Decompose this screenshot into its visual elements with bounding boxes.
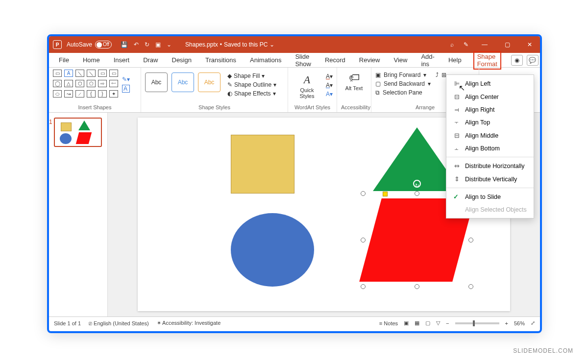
maximize-button[interactable]: ▢ (501, 41, 514, 48)
comments-button[interactable]: 💬 (527, 55, 539, 66)
tab-animations[interactable]: Animations (248, 55, 283, 65)
close-button[interactable]: ✕ (523, 41, 536, 48)
slideshow-icon[interactable]: ▣ (155, 41, 161, 48)
tab-draw[interactable]: Draw (141, 55, 160, 65)
alt-text-button[interactable]: 🏷 Alt Text (341, 70, 367, 91)
group-label: Accessibility (341, 104, 367, 111)
slide-sorter-icon[interactable]: ▦ (415, 320, 419, 326)
text-box-icon[interactable]: A (122, 85, 130, 93)
align-top-item[interactable]: ⫟Align Top (446, 116, 534, 129)
undo-icon[interactable]: ↶ (134, 41, 139, 48)
draw-mode-icon[interactable]: ✎ (464, 41, 468, 48)
shapes-gallery[interactable]: ▭A＼＼▭▭ ◯△⬡⬠⇨⬳ ⬭↝⟋{}✦ (53, 70, 119, 99)
toggle-switch[interactable]: Off (95, 41, 112, 49)
accessibility-checker[interactable]: ✶ Accessibility: Investigate (157, 320, 221, 326)
autosave-label: AutoSave (67, 41, 92, 48)
tab-addins[interactable]: Add-ins (419, 52, 436, 69)
tab-insert[interactable]: Insert (112, 55, 132, 65)
autosave-toggle[interactable]: AutoSave Off (67, 41, 112, 49)
filename: Shapes.pptx (185, 41, 218, 48)
tab-help[interactable]: Help (446, 55, 464, 65)
align-left-item[interactable]: ⊫Align Left (446, 77, 534, 90)
notes-button[interactable]: ≡ Notes (379, 320, 398, 326)
reading-view-icon[interactable]: ▢ (425, 320, 430, 326)
tab-record[interactable]: Record (323, 55, 347, 65)
resize-handle[interactable] (361, 191, 366, 196)
align-bottom-item[interactable]: ⫠Align Bottom (446, 142, 534, 155)
rotate-handle-icon[interactable]: ↻ (413, 180, 421, 188)
bring-forward-button[interactable]: ▣Bring Forward ▾ (375, 72, 431, 78)
align-right-item[interactable]: ⫤Align Right (446, 103, 534, 116)
align-middle-item[interactable]: ⊟Align Middle (446, 129, 534, 142)
align-center-icon: ⊟ (453, 93, 460, 100)
tab-view[interactable]: View (392, 55, 409, 65)
align-right-icon: ⫤ (453, 106, 460, 113)
edit-shape-icon[interactable]: ✎▾ (122, 76, 130, 83)
fill-icon: ◆ (227, 73, 232, 79)
adjust-handle[interactable] (383, 192, 388, 196)
zoom-level[interactable]: 56% (514, 320, 525, 326)
zoom-in-icon[interactable]: + (505, 320, 508, 326)
slide-thumbnail[interactable]: 1 (54, 118, 102, 147)
tab-transitions[interactable]: Transitions (203, 55, 238, 65)
style-gallery[interactable]: Abc Abc Abc (145, 73, 220, 92)
check-icon: ✓ (453, 193, 460, 200)
resize-handle[interactable] (468, 284, 473, 289)
ribbon-tabs: File Home Insert Draw Design Transitions… (49, 53, 540, 68)
align-to-slide-item[interactable]: ✓Align to Slide (446, 190, 534, 203)
quick-styles-button[interactable]: A Quick Styles (292, 72, 322, 99)
resize-handle[interactable] (415, 284, 419, 289)
text-outline-icon[interactable]: A▾ (326, 82, 333, 89)
shape-effects-button[interactable]: ◐Shape Effects ▾ (227, 90, 276, 97)
search-icon[interactable]: ⌕ (450, 41, 454, 48)
resize-handle[interactable] (415, 191, 419, 196)
text-fill-icon[interactable]: A▾ (326, 73, 333, 80)
shape-fill-button[interactable]: ◆Shape Fill ▾ (227, 73, 276, 79)
resize-handle[interactable] (361, 284, 366, 289)
align-center-item[interactable]: ⊟Align Center (446, 90, 534, 103)
status-bar: Slide 1 of 1 ⎚ English (United States) ✶… (49, 316, 540, 329)
record-indicator-icon[interactable]: ◉ (511, 55, 523, 66)
distribute-vertically-item[interactable]: ⇕Distribute Vertically (446, 172, 534, 186)
menu-separator (446, 188, 534, 188)
resize-handle[interactable] (468, 238, 473, 243)
slideshow-view-icon[interactable]: ▽ (436, 320, 440, 326)
save-icon[interactable]: 💾 (121, 41, 128, 48)
document-title[interactable]: Shapes.pptx • Saved to this PC ⌄ (185, 41, 274, 48)
blue-circle-shape[interactable] (231, 213, 314, 287)
distribute-horizontally-item[interactable]: ⇔Distribute Horizontally (446, 159, 534, 172)
qat-dropdown-icon[interactable]: ⌄ (167, 41, 172, 48)
group-label: Shape Styles (145, 104, 284, 111)
group-shape-styles: Abc Abc Abc ◆Shape Fill ▾ ✎Shape Outline… (141, 68, 288, 112)
resize-handle[interactable] (361, 238, 366, 243)
title-chevron-icon[interactable]: ⌄ (270, 41, 274, 48)
titlebar: P AutoSave Off 💾 ↶ ↻ ▣ ⌄ Shapes.pptx • S… (49, 36, 540, 53)
align-middle-icon: ⊟ (453, 132, 460, 139)
distribute-v-icon: ⇕ (453, 175, 460, 183)
tab-design[interactable]: Design (170, 55, 194, 65)
tab-slideshow[interactable]: Slide Show (293, 52, 313, 69)
tab-review[interactable]: Review (357, 55, 382, 65)
rotate-icon[interactable]: ⤴ (436, 72, 439, 78)
tab-home[interactable]: Home (81, 55, 102, 65)
outline-icon: ✎ (227, 81, 232, 88)
group-accessibility: 🏷 Alt Text Accessibility (337, 68, 371, 112)
save-status: Saved to this PC (224, 41, 268, 48)
language-indicator[interactable]: ⎚ English (United States) (89, 320, 149, 326)
send-backward-button[interactable]: ▢Send Backward ▾ (375, 80, 431, 87)
minimize-button[interactable]: — (478, 41, 491, 48)
redo-icon[interactable]: ↻ (145, 41, 149, 48)
zoom-out-icon[interactable]: − (446, 320, 449, 326)
selection-pane-button[interactable]: ⧉Selection Pane (375, 89, 431, 96)
tab-file[interactable]: File (57, 55, 71, 65)
zoom-slider[interactable] (455, 322, 499, 324)
yellow-rectangle-shape[interactable] (231, 135, 294, 194)
align-selected-objects-item: Align Selected Objects (446, 203, 534, 216)
shape-outline-button[interactable]: ✎Shape Outline ▾ (227, 81, 276, 88)
fit-to-window-icon[interactable]: ⤢ (531, 320, 535, 326)
slide-counter[interactable]: Slide 1 of 1 (54, 320, 81, 326)
normal-view-icon[interactable]: ▣ (404, 320, 409, 326)
text-effects-icon[interactable]: A▾ (326, 91, 333, 97)
tab-shape-format[interactable]: Shape Format (473, 51, 501, 70)
alt-text-icon: 🏷 (349, 72, 360, 84)
